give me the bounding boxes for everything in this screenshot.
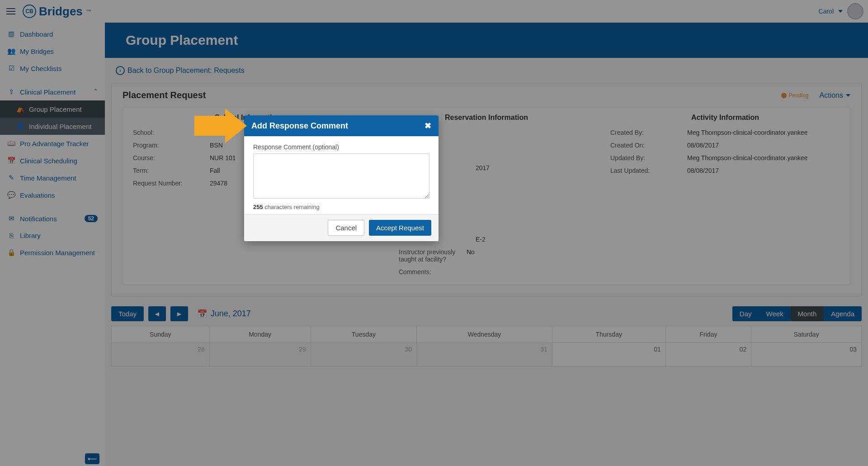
char-count: 255: [253, 204, 263, 210]
add-response-comment-modal: Add Response Comment ✖ Response Comment …: [244, 115, 439, 241]
response-comment-label: Response Comment (optional): [253, 143, 429, 151]
response-comment-textarea[interactable]: [253, 153, 429, 199]
modal-title: Add Response Comment: [251, 121, 348, 131]
annotation-arrow-icon: [194, 116, 226, 136]
accept-request-button[interactable]: Accept Request: [369, 220, 431, 236]
char-suffix: characters remaining: [263, 204, 320, 210]
close-icon[interactable]: ✖: [425, 121, 431, 131]
characters-remaining: 255 characters remaining: [253, 204, 429, 210]
cancel-button[interactable]: Cancel: [328, 220, 364, 236]
